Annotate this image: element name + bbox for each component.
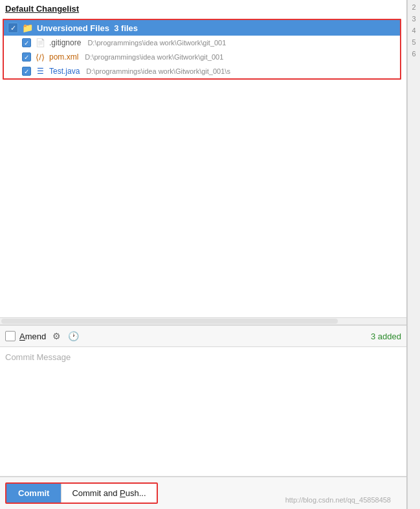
default-changelist-header: Default Changelist	[0, 3, 406, 16]
added-badge: 3 added	[371, 332, 401, 341]
horizontal-scrollbar[interactable]	[1, 319, 338, 324]
clock-icon[interactable]: 🕐	[67, 330, 80, 343]
line-number-2: 2	[408, 1, 420, 13]
file-tree-box: ✓ 📁 Unversioned Files 3 files ✓ .gitigno…	[3, 19, 401, 80]
line-number-3: 3	[408, 13, 420, 25]
amend-checkbox[interactable]	[5, 331, 16, 341]
line-number-4: 4	[408, 25, 420, 36]
pomxml-icon: ⟨/⟩	[35, 52, 45, 62]
commit-button[interactable]: Commit	[6, 484, 61, 503]
bottom-area: Commit Commit and Push... http://blog.cs…	[0, 477, 406, 509]
commit-push-button[interactable]: Commit and Push...	[61, 484, 156, 503]
gitignore-checkbox[interactable]: ✓	[22, 38, 31, 47]
gitignore-filename: .gitignore	[49, 38, 81, 47]
commit-message-area[interactable]: Commit Message	[0, 347, 406, 477]
commit-message-input[interactable]	[0, 347, 406, 476]
unversioned-folder-icon: 📁	[22, 23, 33, 33]
bottom-buttons-container: Commit Commit and Push...	[0, 477, 406, 509]
right-gutter: 2 3 4 5 6	[407, 0, 420, 509]
gitignore-icon	[35, 38, 45, 48]
file-item-gitignore[interactable]: ✓ .gitignore D:\programmings\idea work\G…	[4, 36, 400, 50]
line-number-6: 6	[408, 48, 420, 60]
testjava-filename: Test.java	[49, 67, 80, 76]
scrollbar-area[interactable]	[0, 317, 406, 325]
testjava-icon: ☰	[35, 66, 45, 76]
file-item-testjava[interactable]: ✓ ☰ Test.java D:\programmings\idea work\…	[4, 64, 400, 78]
file-item-pomxml[interactable]: ✓ ⟨/⟩ pom.xml D:\programmings\idea work\…	[4, 50, 400, 64]
watermark: http://blog.csdn.net/qq_45858458	[285, 496, 391, 504]
gitignore-path: D:\programmings\idea work\Gitwork\git_00…	[87, 39, 226, 47]
pomxml-checkbox[interactable]: ✓	[22, 52, 31, 62]
unversioned-files-row[interactable]: ✓ 📁 Unversioned Files 3 files	[4, 20, 400, 36]
testjava-path: D:\programmings\idea work\Gitwork\git_00…	[86, 67, 230, 75]
gear-icon[interactable]: ⚙	[50, 330, 63, 343]
unversioned-checkbox[interactable]: ✓	[8, 23, 18, 33]
buttons-box: Commit Commit and Push...	[5, 482, 158, 504]
pomxml-path: D:\programmings\idea work\Gitwork\git_00…	[85, 53, 223, 61]
pomxml-filename: pom.xml	[49, 52, 78, 62]
amend-label: Amend	[19, 332, 46, 341]
amend-row: Amend ⚙ 🕐 3 added	[0, 325, 406, 347]
unversioned-label: Unversioned Files 3 files	[37, 23, 396, 33]
empty-area	[0, 85, 406, 317]
line-number-5: 5	[408, 36, 420, 48]
testjava-checkbox[interactable]: ✓	[22, 67, 31, 76]
